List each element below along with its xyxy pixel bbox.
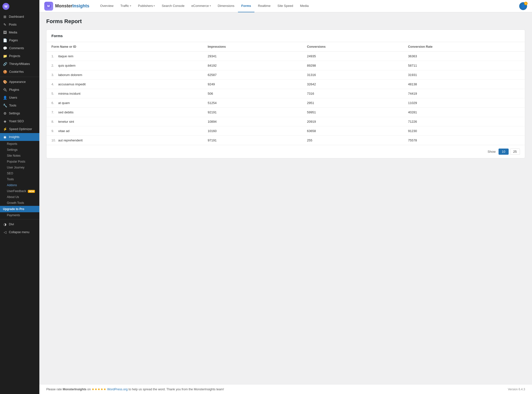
traffic-chevron: ▾ bbox=[130, 4, 131, 7]
sidebar-item-divi[interactable]: ◑ Divi bbox=[0, 220, 39, 228]
sidebar-sub-addons[interactable]: Addons bbox=[0, 182, 39, 188]
sidebar-item-users[interactable]: 👤 Users bbox=[0, 94, 39, 102]
cell-rate: 40281 bbox=[403, 108, 525, 117]
sidebar-item-thirstyaffiliates[interactable]: 🔗 ThirstyAffiliates bbox=[0, 60, 39, 68]
topbar: M MonsterInsights Overview Traffic ▾ Pub… bbox=[39, 0, 532, 12]
cell-impressions: 97191 bbox=[203, 136, 302, 145]
card-header: Forms bbox=[47, 30, 525, 42]
nav-dimensions[interactable]: Dimensions bbox=[214, 0, 238, 12]
insights-icon: ◉ bbox=[3, 135, 7, 139]
topbar-logo: M MonsterInsights bbox=[44, 2, 89, 11]
cell-conversions: 89298 bbox=[302, 61, 403, 70]
topbar-avatar[interactable]: 👤 0 bbox=[519, 2, 527, 10]
sidebar-item-comments[interactable]: 💬 Comments bbox=[0, 44, 39, 52]
sidebar-item-pages[interactable]: 📄 Pages bbox=[0, 36, 39, 44]
sidebar-item-cookieyes[interactable]: 🍪 CookieYes bbox=[0, 68, 39, 76]
media-icon: 🖼 bbox=[3, 30, 7, 34]
cookieyes-icon: 🍪 bbox=[3, 70, 7, 74]
table-row: 8. tenetur sint 10894 20919 71226 bbox=[47, 117, 525, 126]
pages-icon: 📄 bbox=[3, 38, 7, 42]
table-row: 3. laborum dolorem 62587 31316 31931 bbox=[47, 70, 525, 80]
cell-rate: 74419 bbox=[403, 89, 525, 98]
sidebar-sub-popular-posts[interactable]: Popular Posts bbox=[0, 159, 39, 165]
collapse-icon: ◁ bbox=[3, 230, 7, 234]
sidebar-item-insights[interactable]: ◉ Insights bbox=[0, 133, 39, 141]
table-row: 7. sed debitis 92191 59951 40281 bbox=[47, 108, 525, 117]
sidebar-item-tools[interactable]: 🔧 Tools bbox=[0, 102, 39, 109]
sidebar-sub-growth-tools[interactable]: Growth Tools bbox=[0, 200, 39, 206]
cell-rate: 58711 bbox=[403, 61, 525, 70]
col-rate: Conversion Rate bbox=[403, 42, 525, 52]
sidebar-sub-seo[interactable]: SEO bbox=[0, 170, 39, 176]
sidebar-item-appearance[interactable]: 🎨 Appearance bbox=[0, 78, 39, 86]
sidebar-sub-settings[interactable]: Settings bbox=[0, 147, 39, 153]
table-row: 10. aut reprehenderit 97191 255 75578 bbox=[47, 136, 525, 145]
row-num: 2. bbox=[51, 64, 57, 67]
footer-wordpress-link[interactable]: WordPress.org bbox=[107, 388, 128, 391]
nav-forms[interactable]: Forms bbox=[238, 0, 255, 12]
row-num: 1. bbox=[51, 54, 57, 58]
nav-search-console[interactable]: Search Console bbox=[158, 0, 188, 12]
pagination-bar: Show 10 25 bbox=[47, 145, 525, 158]
plugins-icon: 🔌 bbox=[3, 88, 7, 92]
speed-optimizer-icon: ⚡ bbox=[3, 127, 7, 131]
sidebar-item-media[interactable]: 🖼 Media bbox=[0, 29, 39, 36]
cell-impressions: 92191 bbox=[203, 108, 302, 117]
sidebar-item-settings[interactable]: ⚙ Settings bbox=[0, 109, 39, 117]
cell-name: 7. sed debitis bbox=[47, 108, 203, 117]
row-num: 7. bbox=[51, 110, 57, 114]
nav-overview[interactable]: Overview bbox=[97, 0, 117, 12]
cell-rate: 71226 bbox=[403, 117, 525, 126]
sidebar-sub-tools[interactable]: Tools bbox=[0, 176, 39, 182]
sidebar-item-posts[interactable]: ✎ Posts bbox=[0, 21, 39, 29]
cell-conversions: 63658 bbox=[302, 126, 403, 136]
footer-stars: ★★★★★ bbox=[92, 388, 106, 391]
upgrade-to-pro-button[interactable]: Upgrade to Pro bbox=[0, 206, 39, 212]
col-impressions: Impressions bbox=[203, 42, 302, 52]
nav-media[interactable]: Media bbox=[297, 0, 312, 12]
collapse-menu-button[interactable]: ◁ Collapse menu bbox=[0, 228, 39, 236]
sidebar-item-dashboard[interactable]: ⊞ Dashboard bbox=[0, 13, 39, 21]
forms-card: Forms Form Name or ID Impressions Conver… bbox=[46, 30, 525, 158]
users-icon: 👤 bbox=[3, 96, 7, 100]
sidebar-divider bbox=[0, 77, 39, 77]
row-num: 3. bbox=[51, 73, 57, 77]
sidebar-item-yoast[interactable]: ◈ Yoast SEO bbox=[0, 117, 39, 125]
show-10-button[interactable]: 10 bbox=[499, 149, 508, 155]
nav-ecommerce[interactable]: eCommerce ▾ bbox=[188, 0, 214, 12]
sidebar-sub-about-us[interactable]: About Us bbox=[0, 194, 39, 200]
sidebar-item-plugins[interactable]: 🔌 Plugins bbox=[0, 86, 39, 94]
cell-name: 1. itaque rem bbox=[47, 52, 203, 61]
nav-publishers[interactable]: Publishers ▾ bbox=[135, 0, 158, 12]
cell-name: 5. minima incidunt bbox=[47, 89, 203, 98]
sidebar-sub-user-journey[interactable]: User Journey bbox=[0, 165, 39, 170]
table-row: 6. at quam 51254 2951 11029 bbox=[47, 98, 525, 108]
sidebar-item-speed-optimizer[interactable]: ⚡ Speed Optimizer bbox=[0, 125, 39, 133]
card-body: Form Name or ID Impressions Conversions … bbox=[47, 42, 525, 158]
cell-name: 10. aut reprehenderit bbox=[47, 136, 203, 145]
table-header: Form Name or ID Impressions Conversions … bbox=[47, 42, 525, 52]
nav-traffic[interactable]: Traffic ▾ bbox=[117, 0, 134, 12]
forms-table: Form Name or ID Impressions Conversions … bbox=[47, 42, 525, 145]
cell-conversions: 59951 bbox=[302, 108, 403, 117]
show-25-button[interactable]: 25 bbox=[510, 149, 520, 155]
nav-realtime[interactable]: Realtime bbox=[254, 0, 274, 12]
new-badge: NEW bbox=[28, 190, 35, 193]
main-content: M MonsterInsights Overview Traffic ▾ Pub… bbox=[39, 0, 532, 394]
sidebar-sub-userfeedback[interactable]: UserFeedback NEW bbox=[0, 188, 39, 194]
sidebar-item-projects[interactable]: 📁 Projects bbox=[0, 52, 39, 60]
cell-conversions: 7316 bbox=[302, 89, 403, 98]
divi-icon: ◑ bbox=[3, 222, 7, 226]
cell-impressions: 62587 bbox=[203, 70, 302, 80]
sidebar-sub-reports[interactable]: Reports bbox=[0, 141, 39, 147]
sidebar-sub-site-notes[interactable]: Site Notes bbox=[0, 153, 39, 159]
sidebar-sub-payments[interactable]: Payments bbox=[0, 212, 39, 218]
row-num: 9. bbox=[51, 129, 57, 133]
comments-icon: 💬 bbox=[3, 46, 7, 50]
row-num: 10. bbox=[51, 138, 57, 142]
settings-icon: ⚙ bbox=[3, 111, 7, 115]
topbar-nav: Overview Traffic ▾ Publishers ▾ Search C… bbox=[97, 0, 519, 12]
cell-impressions: 10894 bbox=[203, 117, 302, 126]
tools-icon: 🔧 bbox=[3, 104, 7, 107]
nav-site-speed[interactable]: Site Speed bbox=[274, 0, 297, 12]
